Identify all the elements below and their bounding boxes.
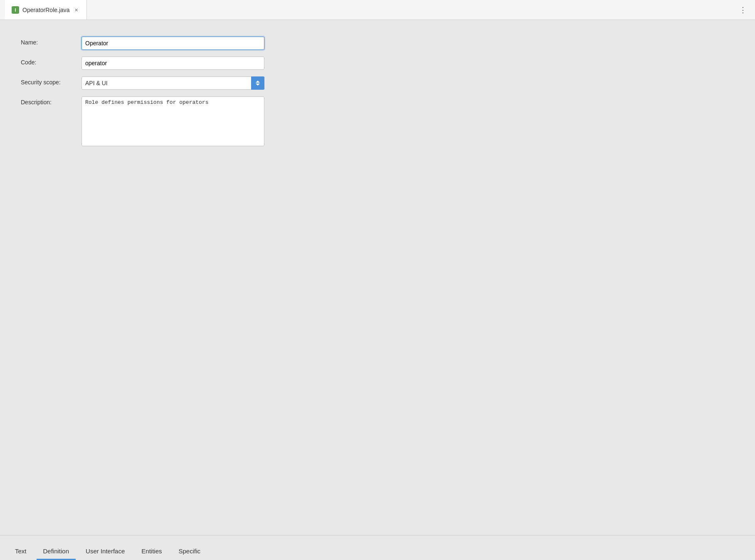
title-bar: I OperatorRole.java × ⋮	[0, 0, 755, 20]
file-tab-label: OperatorRole.java	[22, 7, 70, 13]
security-scope-row: Security scope: API & UI API UI	[21, 76, 312, 90]
tab-area: I OperatorRole.java ×	[5, 0, 87, 20]
tab-definition[interactable]: Definition	[37, 543, 76, 560]
tab-specific[interactable]: Specific	[172, 543, 207, 560]
security-scope-select[interactable]: API & UI API UI	[81, 76, 264, 90]
bottom-tabs: Text Definition User Interface Entities …	[0, 535, 755, 560]
menu-dots-button[interactable]: ⋮	[736, 4, 750, 16]
description-label: Description:	[21, 96, 75, 106]
file-icon: I	[12, 6, 19, 14]
description-textarea[interactable]: Role defines permissions for operators	[81, 96, 264, 146]
description-row: Description: Role defines permissions fo…	[21, 96, 312, 146]
tab-user-interface[interactable]: User Interface	[79, 543, 131, 560]
file-tab[interactable]: I OperatorRole.java ×	[5, 0, 87, 20]
code-input[interactable]	[81, 56, 264, 70]
code-row: Code:	[21, 56, 312, 70]
main-content: Name: Code: Security scope: API & UI API…	[0, 20, 755, 535]
security-scope-label: Security scope:	[21, 76, 75, 86]
security-scope-select-wrapper: API & UI API UI	[81, 76, 264, 90]
name-input[interactable]	[81, 37, 264, 50]
tab-entities[interactable]: Entities	[135, 543, 168, 560]
code-label: Code:	[21, 56, 75, 66]
name-label: Name:	[21, 37, 75, 46]
tab-close-button[interactable]: ×	[73, 7, 80, 13]
name-row: Name:	[21, 37, 312, 50]
form-container: Name: Code: Security scope: API & UI API…	[21, 37, 312, 146]
tab-text[interactable]: Text	[8, 543, 33, 560]
